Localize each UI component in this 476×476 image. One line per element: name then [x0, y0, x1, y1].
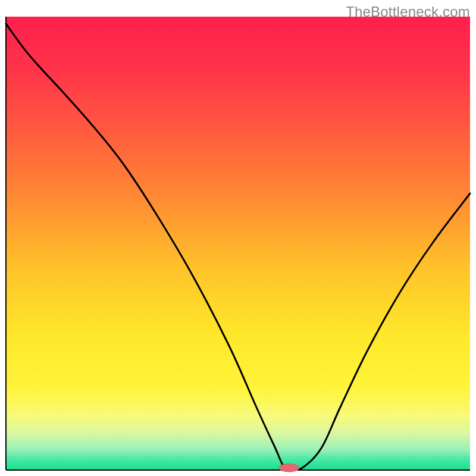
watermark-label: TheBottleneck.com	[346, 4, 470, 20]
chart-stage: TheBottleneck.com	[0, 0, 476, 476]
optimum-marker	[279, 464, 299, 472]
gradient-background	[6, 17, 470, 470]
bottleneck-plot	[0, 0, 476, 476]
